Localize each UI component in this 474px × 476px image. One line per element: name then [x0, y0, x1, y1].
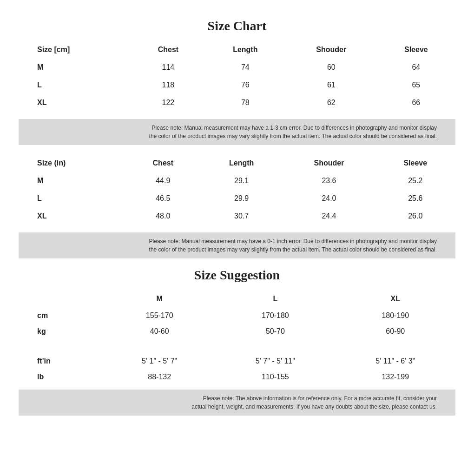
in-length-l: 29.9 [200, 190, 283, 207]
cm-sleeve-l: 65 [377, 76, 455, 94]
suggestion-table: M L XL cm 155-170 170-180 180-190 kg 40-… [19, 290, 455, 385]
cm-sleeve-m: 64 [377, 59, 455, 76]
in-table-header-row: Size (in) Chest Length Shouder Sleeve [19, 154, 455, 172]
in-col-shoulder: Shouder [283, 154, 375, 172]
in-length-m: 29.1 [200, 172, 283, 190]
suggestion-ftin-label: ft'in [19, 353, 104, 369]
in-size-table: Size (in) Chest Length Shouder Sleeve M … [19, 154, 455, 225]
suggestion-cm-m: 155-170 [104, 308, 215, 324]
cm-col-chest: Chest [132, 41, 205, 59]
cm-length-l: 76 [205, 76, 286, 94]
in-col-chest: Chest [126, 154, 200, 172]
suggestion-lb-m: 88-132 [104, 369, 215, 385]
table-row: M 114 74 60 64 [19, 59, 455, 76]
table-row: cm 155-170 170-180 180-190 [19, 308, 455, 324]
table-row: ft'in 5' 1" - 5' 7" 5' 7" - 5' 11" 5' 11… [19, 353, 455, 369]
cm-col-length: Length [205, 41, 286, 59]
cm-chest-l: 118 [132, 76, 205, 94]
suggestion-lb-l: 110-155 [215, 369, 335, 385]
suggestion-cm-l: 170-180 [215, 308, 335, 324]
table-row: M 44.9 29.1 23.6 25.2 [19, 172, 455, 190]
in-col-size: Size (in) [19, 154, 126, 172]
suggestion-col-m: M [104, 290, 215, 308]
suggestion-kg-l: 50-70 [215, 324, 335, 339]
suggestion-col-l: L [215, 290, 335, 308]
table-row: lb 88-132 110-155 132-199 [19, 369, 455, 385]
cm-col-shoulder: Shouder [286, 41, 377, 59]
spacer-row [19, 339, 455, 353]
table-row: L 118 76 61 65 [19, 76, 455, 94]
suggestion-ftin-l: 5' 7" - 5' 11" [215, 353, 335, 369]
in-length-xl: 30.7 [200, 207, 283, 225]
in-shoulder-xl: 24.4 [283, 207, 375, 225]
in-sleeve-l: 25.6 [375, 190, 455, 207]
suggestion-ftin-xl: 5' 11" - 6' 3" [336, 353, 455, 369]
page-container: Size Chart Size [cm] Chest Length Shoude… [0, 0, 474, 425]
in-size-l: L [19, 190, 126, 207]
suggestion-kg-xl: 60-90 [336, 324, 455, 339]
in-shoulder-l: 24.0 [283, 190, 375, 207]
cm-note-bar: Please note: Manual measurement may have… [19, 119, 455, 145]
table-row: XL 122 78 62 66 [19, 94, 455, 112]
suggestion-kg-m: 40-60 [104, 324, 215, 339]
bottom-note-bar: Please note: The above information is fo… [19, 390, 455, 416]
in-sleeve-xl: 26.0 [375, 207, 455, 225]
table-row: L 46.5 29.9 24.0 25.6 [19, 190, 455, 207]
table-row: kg 40-60 50-70 60-90 [19, 324, 455, 339]
cm-shoulder-l: 61 [286, 76, 377, 94]
cm-col-sleeve: Sleeve [377, 41, 455, 59]
cm-chest-m: 114 [132, 59, 205, 76]
in-sleeve-m: 25.2 [375, 172, 455, 190]
cm-length-xl: 78 [205, 94, 286, 112]
size-suggestion-title: Size Suggestion [19, 268, 455, 283]
cm-shoulder-xl: 62 [286, 94, 377, 112]
in-chest-m: 44.9 [126, 172, 200, 190]
suggestion-ftin-m: 5' 1" - 5' 7" [104, 353, 215, 369]
in-chest-l: 46.5 [126, 190, 200, 207]
in-note-bar: Please note: Manual measurement may have… [19, 232, 455, 258]
in-size-xl: XL [19, 207, 126, 225]
suggestion-lb-label: lb [19, 369, 104, 385]
cm-shoulder-m: 60 [286, 59, 377, 76]
in-size-m: M [19, 172, 126, 190]
cm-chest-xl: 122 [132, 94, 205, 112]
cm-col-size: Size [cm] [19, 41, 132, 59]
cm-size-l: L [19, 76, 132, 94]
in-shoulder-m: 23.6 [283, 172, 375, 190]
size-chart-title: Size Chart [19, 19, 455, 33]
spacer-cell [19, 339, 455, 353]
table-row: XL 48.0 30.7 24.4 26.0 [19, 207, 455, 225]
suggestion-col-xl: XL [336, 290, 455, 308]
suggestion-lb-xl: 132-199 [336, 369, 455, 385]
suggestion-kg-label: kg [19, 324, 104, 339]
in-chest-xl: 48.0 [126, 207, 200, 225]
cm-size-m: M [19, 59, 132, 76]
suggestion-header-row: M L XL [19, 290, 455, 308]
cm-size-table: Size [cm] Chest Length Shouder Sleeve M … [19, 41, 455, 112]
suggestion-cm-xl: 180-190 [336, 308, 455, 324]
suggestion-cm-label: cm [19, 308, 104, 324]
in-col-sleeve: Sleeve [375, 154, 455, 172]
cm-size-xl: XL [19, 94, 132, 112]
cm-sleeve-xl: 66 [377, 94, 455, 112]
in-col-length: Length [200, 154, 283, 172]
cm-table-header-row: Size [cm] Chest Length Shouder Sleeve [19, 41, 455, 59]
cm-length-m: 74 [205, 59, 286, 76]
